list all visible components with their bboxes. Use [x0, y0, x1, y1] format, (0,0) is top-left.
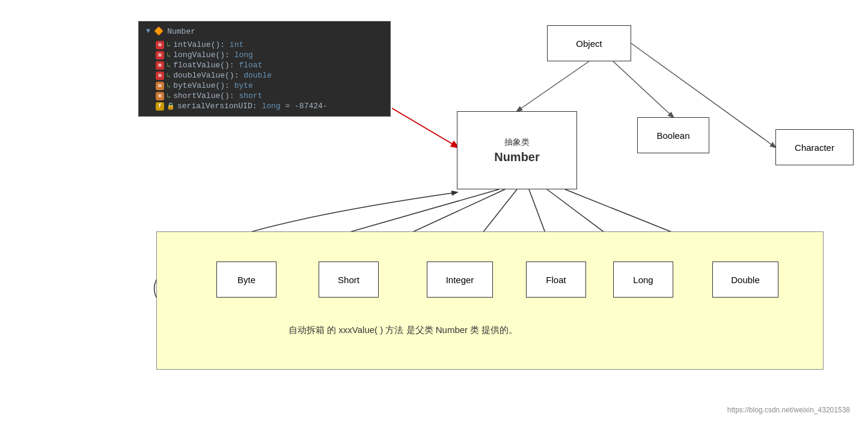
- long-label: Long: [633, 275, 653, 285]
- number-name-label: Number: [494, 150, 540, 164]
- number-abstract-label: 抽象类: [504, 137, 530, 148]
- badge-m: m: [156, 92, 164, 100]
- arrow-icon: ↳: [167, 91, 171, 100]
- note-text: 自动拆箱 的 xxxValue( ) 方法 是父类 Number 类 提供的。: [289, 325, 518, 336]
- box-object: Object: [547, 25, 631, 61]
- box-float: Float: [526, 261, 586, 298]
- method-text: floatValue(): float: [173, 61, 262, 70]
- object-label: Object: [576, 38, 602, 49]
- box-long: Long: [613, 261, 673, 298]
- method-text: byteValue(): byte: [173, 81, 253, 90]
- method-text: shortValue(): short: [173, 91, 262, 100]
- ide-method-float: m ↳ floatValue(): float: [146, 60, 383, 70]
- svg-line-9: [392, 108, 458, 147]
- lock-icon: 🔒: [167, 102, 175, 110]
- character-label: Character: [795, 142, 834, 153]
- float-label: Float: [546, 275, 566, 285]
- byte-label: Byte: [237, 275, 255, 285]
- ide-method-byte: m ↳ byteValue(): byte: [146, 81, 383, 91]
- box-byte: Byte: [216, 261, 277, 298]
- class-icon: 🔶: [154, 26, 164, 36]
- box-number: 抽象类 Number: [457, 111, 577, 189]
- badge-m: m: [156, 51, 164, 60]
- box-double: Double: [712, 261, 778, 298]
- arrow-icon: ↳: [167, 71, 171, 80]
- yellow-container: [156, 231, 824, 370]
- ide-method-serial: f 🔒 serialVersionUID: long = -87424-: [146, 101, 383, 111]
- arrow-icon: ↳: [167, 61, 171, 70]
- method-text: doubleValue(): double: [173, 71, 272, 80]
- arrow-icon: ↳: [167, 81, 171, 90]
- ide-method-double: m ↳ doubleValue(): double: [146, 70, 383, 81]
- box-boolean: Boolean: [637, 117, 709, 153]
- box-integer: Integer: [427, 261, 493, 298]
- title-label: Number: [167, 27, 195, 36]
- ide-method-short: m ↳ shortValue(): short: [146, 91, 383, 101]
- boolean-label: Boolean: [656, 130, 689, 141]
- ide-popup: ▼ 🔶 Number m ↳ intValue(): int m ↳ longV…: [138, 21, 391, 117]
- box-character: Character: [775, 129, 854, 165]
- method-text: intValue(): int: [173, 40, 243, 49]
- short-label: Short: [338, 275, 359, 285]
- badge-m: m: [156, 72, 164, 80]
- integer-label: Integer: [446, 275, 474, 285]
- ide-method-int: m ↳ intValue(): int: [146, 40, 383, 50]
- triangle-icon: ▼: [146, 27, 150, 35]
- double-label: Double: [731, 275, 760, 285]
- svg-line-1: [613, 61, 673, 117]
- badge-m: m: [156, 61, 164, 70]
- box-short: Short: [319, 261, 379, 298]
- method-text: serialVersionUID: long = -87424-: [177, 102, 328, 111]
- badge-m: m: [156, 82, 164, 90]
- method-text: longValue(): long: [173, 50, 253, 60]
- arrow-icon: ↳: [167, 40, 171, 49]
- badge-m: m: [156, 41, 164, 49]
- svg-line-0: [517, 61, 589, 111]
- arrow-icon: ↳: [167, 50, 171, 60]
- url-text: https://blog.csdn.net/weixin_43201538: [727, 406, 850, 414]
- ide-method-long: m ↳ longValue(): long: [146, 50, 383, 60]
- badge-f: f: [156, 102, 164, 111]
- ide-title: ▼ 🔶 Number: [146, 26, 383, 36]
